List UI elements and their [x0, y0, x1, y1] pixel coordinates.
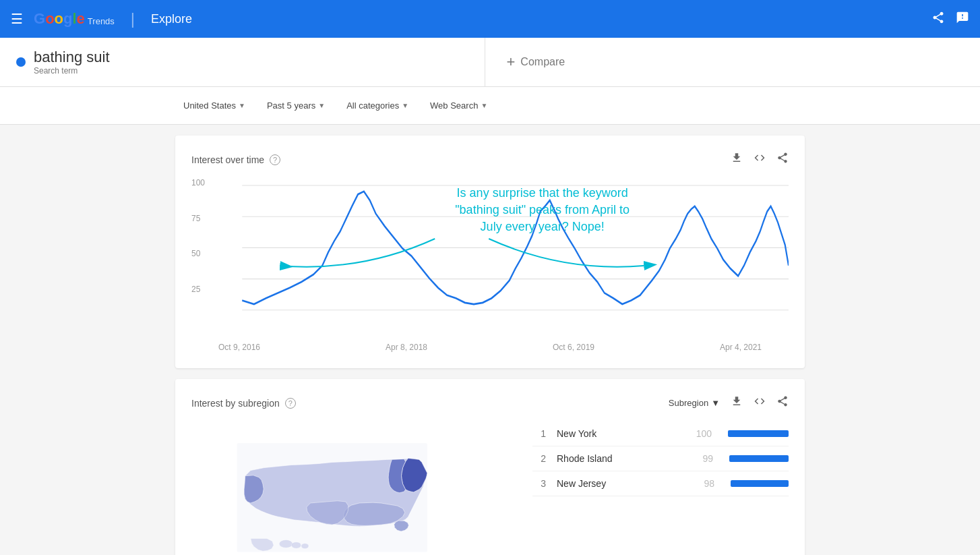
interest-by-subregion-card: Interest by subregion ? Subregion ▼ [175, 379, 805, 555]
x-label-3: Oct 6, 2019 [553, 343, 594, 352]
header-actions [931, 11, 969, 27]
svg-point-10 [301, 544, 309, 549]
subregion-filter-select[interactable]: Subregion ▼ [669, 398, 720, 408]
rank-score-3: 98 [704, 478, 714, 489]
share-subregion-icon[interactable] [776, 395, 789, 411]
logo: Google Trends [34, 10, 115, 28]
subregion-card-header: Interest by subregion ? Subregion ▼ [191, 395, 789, 411]
header-divider: | [131, 9, 135, 28]
time-label: Past 5 years [267, 100, 315, 111]
time-filter[interactable]: Past 5 years ▼ [259, 95, 333, 116]
rankings-list: 1 New York 100 2 Rhode Island 99 3 New J… [532, 421, 789, 555]
rank-name-1: New York [557, 428, 685, 439]
chart-help-icon[interactable]: ? [270, 154, 280, 165]
menu-icon[interactable]: ☰ [11, 11, 23, 27]
search-term-text: bathing suit [34, 49, 110, 66]
ranking-row-2: 2 Rhode Island 99 [532, 446, 789, 471]
compare-section[interactable]: + Compare [485, 38, 981, 86]
us-map-container [191, 421, 516, 555]
subregion-help-icon[interactable]: ? [285, 398, 296, 409]
explore-label: Explore [151, 12, 192, 26]
category-label: All categories [346, 100, 399, 111]
share-chart-icon[interactable] [776, 152, 789, 167]
rank-name-2: Rhode Island [557, 453, 692, 464]
rank-bar-3 [731, 480, 789, 487]
download-subregion-icon[interactable] [731, 395, 743, 411]
embed-subregion-icon[interactable] [754, 395, 766, 411]
x-label-2: Apr 8, 2018 [386, 343, 427, 352]
subregion-content: 1 New York 100 2 Rhode Island 99 3 New J… [191, 421, 789, 555]
us-map [202, 421, 506, 555]
chart-title-section: Interest over time ? [191, 154, 280, 165]
y-label-50: 50 [191, 249, 205, 258]
feedback-icon[interactable] [956, 11, 969, 27]
filters-bar: United States ▼ Past 5 years ▼ All categ… [0, 87, 980, 125]
subregion-filter-label: Subregion [669, 398, 708, 408]
download-icon[interactable] [731, 152, 743, 167]
location-filter[interactable]: United States ▼ [175, 95, 253, 116]
svg-point-9 [291, 542, 301, 549]
rank-score-2: 99 [702, 453, 713, 464]
rank-number-2: 2 [532, 453, 546, 464]
rank-name-3: New Jersey [557, 478, 693, 489]
search-type-label: Web Search [430, 100, 478, 111]
rank-number-3: 3 [532, 478, 546, 489]
x-label-4: Apr 4, 2021 [720, 343, 762, 352]
subregion-actions: Subregion ▼ [669, 395, 789, 411]
compare-plus-icon: + [507, 53, 516, 71]
rank-number-1: 1 [532, 428, 546, 439]
time-arrow-icon: ▼ [318, 102, 325, 109]
y-axis-labels: 100 75 50 25 [191, 178, 205, 320]
app-header: ☰ Google Trends | Explore [0, 0, 980, 38]
y-label-25: 25 [191, 285, 205, 294]
search-type-arrow-icon: ▼ [481, 102, 487, 109]
share-icon[interactable] [931, 11, 945, 27]
y-label-100: 100 [191, 178, 205, 187]
chart-card-header: Interest over time ? [191, 152, 789, 167]
subregion-filter-arrow: ▼ [711, 398, 720, 408]
x-axis-labels: Oct 9, 2016 Apr 8, 2018 Oct 6, 2019 Apr … [191, 340, 789, 352]
x-label-1: Oct 9, 2016 [218, 343, 260, 352]
rank-score-1: 100 [696, 428, 712, 439]
search-dot [16, 57, 26, 67]
ranking-row-1: 1 New York 100 [532, 421, 789, 446]
search-bar: bathing suit Search term + Compare [0, 38, 980, 87]
category-filter[interactable]: All categories ▼ [338, 95, 417, 116]
location-label: United States [183, 100, 236, 111]
chart-title: Interest over time [191, 154, 264, 165]
chart-actions [731, 152, 789, 167]
category-arrow-icon: ▼ [402, 102, 408, 109]
search-term-info: bathing suit Search term [34, 49, 110, 76]
search-type-filter[interactable]: Web Search ▼ [422, 95, 495, 116]
search-term-section: bathing suit Search term [0, 38, 485, 86]
trends-text: Trends [88, 16, 115, 26]
ranking-row-3: 3 New Jersey 98 [532, 471, 789, 496]
main-content: Interest over time ? Is any surprise tha… [0, 125, 980, 555]
rank-bar-1 [728, 430, 789, 437]
interest-over-time-card: Interest over time ? Is any surprise tha… [175, 136, 805, 368]
compare-label: Compare [520, 56, 565, 68]
chart-container: Is any surprise that the keyword "bathin… [191, 178, 789, 340]
svg-point-8 [279, 539, 293, 548]
rank-bar-2 [729, 455, 789, 462]
subregion-title: Interest by subregion [191, 398, 280, 409]
trend-chart [191, 178, 789, 340]
subregion-title-section: Interest by subregion ? [191, 398, 296, 409]
location-arrow-icon: ▼ [239, 102, 245, 109]
y-label-75: 75 [191, 214, 205, 223]
google-text: Google [34, 10, 85, 28]
embed-icon[interactable] [754, 152, 766, 167]
search-term-label: Search term [34, 66, 110, 76]
